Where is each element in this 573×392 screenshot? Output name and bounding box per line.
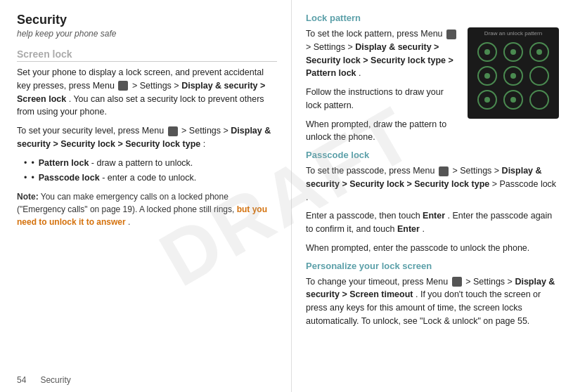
para2-text: To set your security level, press Menu [17, 126, 164, 136]
note-text: You can make emergency calls on a locked… [17, 192, 237, 214]
note-paragraph: Note: You can make emergency calls on a … [17, 190, 277, 228]
lock-pattern-para3: When prompted, draw the pattern to unloc… [306, 118, 559, 145]
para2b: > Settings > [181, 126, 228, 136]
passcode-lock-heading: Passcode lock [306, 150, 559, 160]
main-title: Security [17, 13, 277, 27]
bullet2-term: Passcode lock [39, 173, 100, 183]
dot-2-3 [526, 64, 552, 88]
para2d: : [203, 139, 205, 149]
screen-lock-heading: Screen lock [17, 48, 277, 62]
pattern-image-label: Draw an unlock pattern [484, 30, 542, 37]
page-container: DRAFT Security help keep your phone safe… [0, 0, 573, 392]
passcode-para2a: Enter a passcode, then touch [306, 211, 420, 221]
menu-icon-right2 [439, 166, 449, 176]
passcode-para1e: . [306, 192, 308, 202]
footer-page: 54 [17, 375, 26, 385]
bullet1-def: - draw a pattern to unlock. [91, 158, 193, 168]
passcode-para1b: > Settings > [452, 166, 499, 176]
lock-para1-text: To set the lock pattern, press Menu [306, 29, 443, 39]
bullet1-term: Pattern lock [39, 158, 89, 168]
bullet-item-pattern: • Pattern lock - draw a pattern to unloc… [24, 157, 277, 170]
passcode-para1d: > Passcode lock [492, 179, 556, 189]
dot-1-2 [501, 40, 527, 64]
right-column: Lock pattern Draw an unlock pattern [292, 0, 573, 392]
footer-section: Security [40, 375, 70, 385]
dot-3-3 [526, 88, 552, 112]
lock-pattern-heading: Lock pattern [306, 13, 559, 23]
dot-2-1 [475, 64, 501, 88]
passcode-para3: When prompted, enter the passcode to unl… [306, 242, 559, 255]
personalize-para1: To change your timeout, press Menu > Set… [306, 275, 559, 328]
page-footer: 54 Security [17, 375, 71, 385]
bullet2-def: - enter a code to unlock. [102, 173, 196, 183]
passcode-enter2: Enter [397, 224, 420, 234]
lock-para1b: > Settings > [306, 42, 353, 52]
personalize-para1b: > Settings > [465, 277, 513, 287]
dot-1-3 [526, 40, 552, 64]
passcode-para2: Enter a passcode, then touch Enter . Ent… [306, 209, 559, 236]
lock-pattern-image: Draw an unlock pattern [468, 27, 559, 119]
lock-para1d: . [359, 68, 361, 78]
screen-lock-para1: Set your phone to display a lock screen,… [17, 66, 277, 119]
dot-1-1 [475, 40, 501, 64]
note-end: . [128, 217, 130, 227]
subtitle: help keep your phone safe [17, 29, 277, 39]
personalize-heading: Personalize your lock screen [306, 261, 559, 271]
passcode-enter1: Enter [423, 211, 445, 221]
passcode-para1-text: To set the passcode, press Menu [306, 166, 434, 176]
personalize-para1-text: To change your timeout, press Menu [306, 277, 448, 287]
note-label: Note: [17, 192, 39, 202]
menu-icon-inline2 [168, 126, 178, 136]
screen-lock-para2: To set your security level, press Menu >… [17, 124, 277, 151]
left-column: Security help keep your phone safe Scree… [0, 0, 292, 392]
lock-pattern-section: Draw an unlock pattern To s [306, 27, 559, 150]
passcode-para1: To set the passcode, press Menu > Settin… [306, 164, 559, 204]
bullet-list: • Pattern lock - draw a pattern to unloc… [24, 157, 277, 185]
menu-icon-right3 [452, 277, 462, 287]
dot-2-2 [501, 64, 527, 88]
pattern-dots-grid [468, 27, 559, 119]
dot-3-1 [475, 88, 501, 112]
para1b: > Settings > [132, 81, 179, 91]
dot-3-2 [501, 88, 527, 112]
passcode-para2c: . [422, 224, 424, 234]
bullet-item-passcode: • Passcode lock - enter a code to unlock… [24, 171, 277, 185]
menu-icon-right1 [446, 30, 456, 39]
menu-icon-inline [118, 81, 128, 91]
